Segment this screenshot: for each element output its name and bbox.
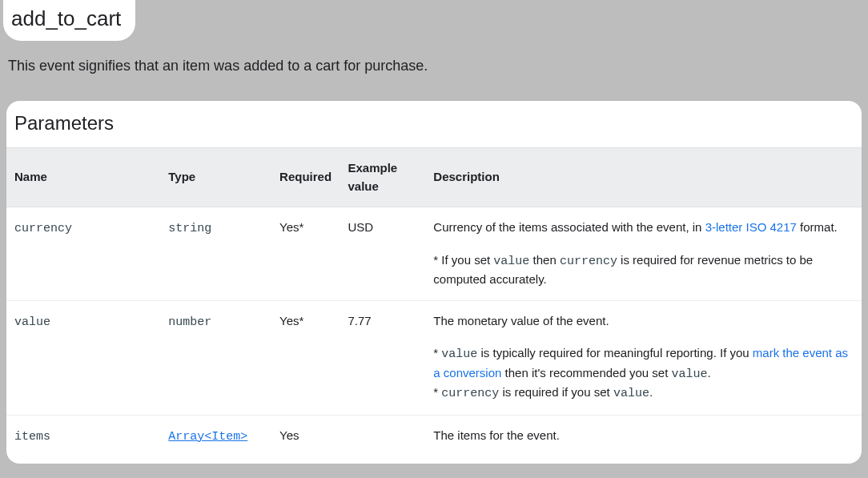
param-required: Yes*	[271, 207, 340, 301]
param-name: items	[14, 430, 50, 444]
col-type: Type	[160, 148, 271, 207]
param-name: currency	[14, 222, 72, 235]
col-name: Name	[6, 148, 160, 207]
col-required: Required	[271, 148, 340, 207]
page-description: This event signifies that an item was ad…	[8, 55, 868, 77]
param-description: The items for the event.	[425, 415, 862, 457]
param-required: Yes	[271, 415, 340, 457]
table-header-row: Name Type Required Example value Descrip…	[6, 148, 862, 207]
param-example: USD	[340, 207, 426, 301]
table-row: items Array<Item> Yes The items for the …	[6, 415, 862, 457]
param-required: Yes*	[271, 300, 340, 415]
param-type: number	[168, 315, 211, 329]
param-name: value	[14, 315, 50, 329]
iso-4217-link[interactable]: 3-letter ISO 4217	[705, 220, 797, 234]
page-title: add_to_cart	[3, 0, 135, 41]
table-row: currency string Yes* USD Currency of the…	[6, 207, 862, 301]
table-row: value number Yes* 7.77 The monetary valu…	[6, 300, 862, 415]
param-type: string	[168, 222, 211, 235]
col-description: Description	[425, 148, 862, 207]
param-example	[340, 415, 426, 457]
type-link-array-item[interactable]: Array<Item>	[168, 430, 247, 444]
param-description: The monetary value of the event. * value…	[425, 300, 862, 415]
parameters-heading: Parameters	[6, 101, 862, 147]
param-example: 7.77	[340, 300, 426, 415]
param-description: Currency of the items associated with th…	[425, 207, 862, 301]
col-example: Example value	[340, 148, 426, 207]
parameters-card: Parameters Name Type Required Example va…	[6, 101, 862, 464]
parameters-table: Name Type Required Example value Descrip…	[6, 147, 862, 457]
